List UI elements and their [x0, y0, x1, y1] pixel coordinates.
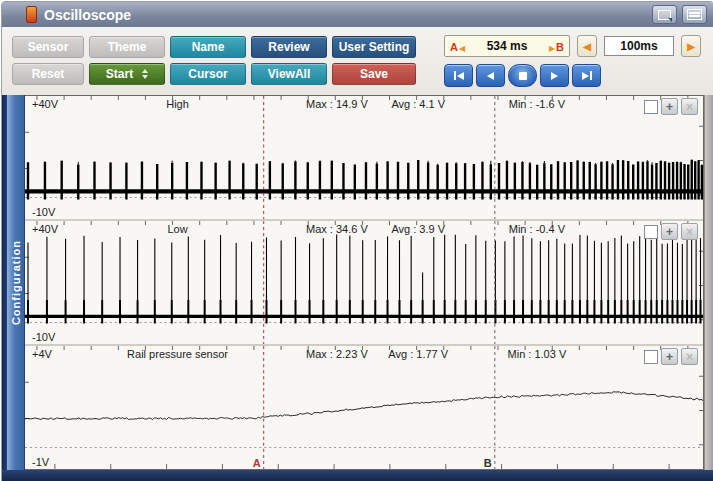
stop-button[interactable] — [508, 64, 537, 87]
zoom-plus-button[interactable]: + — [661, 98, 678, 115]
close-icon: × — [686, 101, 693, 113]
playback-controls — [444, 64, 701, 87]
app-icon — [26, 6, 37, 23]
oscilloscope-window: Oscilloscope Sensor Theme Name Review Us… — [1, 1, 713, 481]
start-spinner-icon[interactable] — [142, 69, 148, 79]
layout-toggle-button[interactable] — [682, 5, 707, 24]
waveform-low — [25, 221, 703, 344]
layout-icon — [687, 9, 702, 20]
left-arrow-icon: ◀ — [583, 41, 591, 52]
channel-checkbox[interactable] — [644, 225, 658, 239]
close-panel-button[interactable]: × — [681, 348, 698, 365]
close-icon: × — [686, 351, 693, 363]
channel-name-label: Low — [167, 223, 187, 235]
channel-name-label: Rail pressure sensor — [127, 348, 228, 360]
skip-start-button[interactable] — [444, 64, 473, 87]
min-stat: Min : -1.6 V — [509, 98, 565, 110]
range-top-label: +40V — [32, 98, 58, 110]
interval-increase-button[interactable]: ▶ — [681, 35, 701, 57]
cursor-a-indicator: A — [450, 41, 458, 53]
ab-time-value: 534 ms — [487, 39, 528, 53]
waveform-high — [25, 96, 703, 219]
cursor-b-indicator: B — [556, 41, 564, 53]
reset-button[interactable]: Reset — [12, 63, 84, 85]
window-right-frame — [704, 95, 713, 470]
review-button[interactable]: Review — [251, 36, 327, 58]
plus-icon: + — [666, 351, 673, 363]
close-panel-button[interactable]: × — [681, 223, 698, 240]
step-back-icon — [487, 72, 494, 80]
range-top-label: +4V — [32, 348, 52, 360]
min-stat: Min : 1.03 V — [508, 348, 567, 360]
scope-panel-low: +40V Low Max : 34.6 V Avg : 3.9 V Min : … — [25, 221, 703, 344]
cursor-b-arrow-icon: ▶ — [549, 44, 555, 53]
configuration-tab-label: Configuration — [10, 240, 22, 325]
viewall-button[interactable]: ViewAll — [251, 63, 327, 85]
channel-checkbox[interactable] — [644, 100, 658, 114]
plus-icon: + — [666, 101, 673, 113]
save-button[interactable]: Save — [332, 63, 416, 85]
max-stat: Max : 34.6 V — [306, 223, 368, 235]
skip-end-icon — [582, 72, 589, 80]
waveform-rail-pressure — [25, 346, 703, 469]
name-button[interactable]: Name — [170, 36, 246, 58]
content-area: Configuration +40V High Max : 14.9 V Avg… — [2, 95, 713, 470]
scope-panel-high: +40V High Max : 14.9 V Avg : 4.1 V Min :… — [25, 96, 703, 219]
channel-checkbox[interactable] — [644, 350, 658, 364]
cursor-a-label[interactable]: A — [253, 457, 261, 469]
window-bottom-frame — [2, 470, 713, 481]
range-bottom-label: -1V — [32, 456, 49, 468]
theme-button[interactable]: Theme — [89, 36, 165, 58]
stop-icon — [519, 72, 527, 80]
close-panel-button[interactable]: × — [681, 98, 698, 115]
step-back-button[interactable] — [476, 64, 505, 87]
skip-start-icon — [454, 71, 456, 80]
scope-panel-rail-pressure: +4V Rail pressure sensor Max : 2.23 V Av… — [25, 346, 703, 469]
toolbar-button-grid: Sensor Theme Name Review User Setting Re… — [12, 36, 416, 85]
zoom-plus-button[interactable]: + — [661, 348, 678, 365]
avg-stat: Avg : 1.77 V — [388, 348, 448, 360]
skip-end-button[interactable] — [572, 64, 601, 87]
plus-icon: + — [666, 226, 673, 238]
interval-value: 100ms — [604, 36, 674, 56]
title-bar: Oscilloscope — [2, 2, 713, 28]
window-title: Oscilloscope — [44, 7, 647, 23]
start-button-label: Start — [106, 67, 133, 81]
range-top-label: +40V — [32, 223, 58, 235]
zoom-plus-button[interactable]: + — [661, 223, 678, 240]
toolbar: Sensor Theme Name Review User Setting Re… — [2, 27, 713, 96]
max-stat: Max : 2.23 V — [306, 348, 368, 360]
start-button[interactable]: Start — [89, 63, 165, 85]
right-arrow-icon: ▶ — [687, 41, 695, 52]
close-icon: × — [686, 226, 693, 238]
cursor-b-label[interactable]: B — [484, 457, 492, 469]
cursor-button[interactable]: Cursor — [170, 63, 246, 85]
scope-panels: +40V High Max : 14.9 V Avg : 4.1 V Min :… — [25, 95, 704, 470]
step-forward-button[interactable] — [540, 64, 569, 87]
restore-window-button[interactable] — [652, 5, 677, 24]
step-forward-icon — [551, 72, 558, 80]
min-stat: Min : -0.4 V — [509, 223, 565, 235]
channel-name-label: High — [166, 98, 189, 110]
range-bottom-label: -10V — [32, 206, 55, 218]
interval-decrease-button[interactable]: ◀ — [577, 35, 597, 57]
max-stat: Max : 14.9 V — [306, 98, 368, 110]
range-bottom-label: -10V — [32, 331, 55, 343]
avg-stat: Avg : 4.1 V — [391, 98, 445, 110]
configuration-tab[interactable]: Configuration — [7, 95, 25, 470]
ab-cursor-time-box[interactable]: A◀ 534 ms ▶B — [444, 35, 570, 57]
time-controls: A◀ 534 ms ▶B ◀ 100ms ▶ — [444, 35, 701, 87]
avg-stat: Avg : 3.9 V — [391, 223, 445, 235]
sensor-button[interactable]: Sensor — [12, 36, 84, 58]
restore-icon — [658, 10, 671, 20]
user-setting-button[interactable]: User Setting — [332, 36, 416, 58]
cursor-a-arrow-icon: ◀ — [459, 44, 465, 53]
